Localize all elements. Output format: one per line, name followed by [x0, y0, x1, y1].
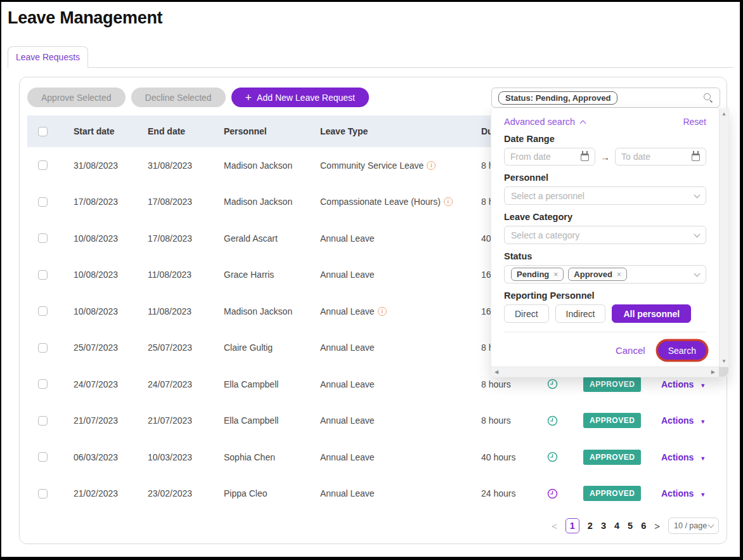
horizontal-scrollbar[interactable]: ◀ ▶	[491, 367, 728, 377]
pagination-page-4[interactable]: 4	[614, 521, 619, 531]
row-actions-button[interactable]: Actions ▼	[661, 488, 706, 498]
row-actions-button[interactable]: Actions ▼	[661, 452, 706, 462]
calendar-icon[interactable]	[692, 153, 700, 161]
row-checkbox[interactable]	[38, 416, 48, 426]
scroll-down-icon[interactable]: ▼	[720, 358, 728, 364]
row-actions-button[interactable]: Actions ▼	[661, 415, 706, 426]
scrollbar-corner	[719, 367, 728, 377]
leave-type-cell: Annual Leave	[320, 415, 481, 426]
personnel-cell: Grace Harris	[224, 270, 320, 280]
leave-type-text: Community Service Leave	[320, 160, 423, 171]
status-badge: APPROVED	[583, 486, 641, 501]
clock-icon	[547, 488, 558, 499]
leave-type-cell: Annual Leave	[320, 233, 481, 244]
page-size-select[interactable]: 10 / page	[668, 518, 719, 534]
leave-category-select[interactable]: Select a category	[504, 226, 706, 244]
personnel-select[interactable]: Select a personnel	[504, 186, 706, 205]
row-checkbox[interactable]	[38, 270, 48, 280]
leave-type-text: Annual Leave	[320, 306, 375, 316]
info-icon[interactable]: i	[444, 197, 453, 206]
scroll-left-icon[interactable]: ◀	[494, 369, 498, 375]
scroll-up-icon[interactable]: ▲	[720, 111, 728, 117]
caret-down-icon: ▼	[700, 455, 706, 462]
pagination-next-button[interactable]: >	[654, 521, 660, 531]
leave-category-label: Leave Category	[504, 212, 706, 222]
start-date-cell: 21/02/2023	[74, 488, 148, 498]
pagination-page-3[interactable]: 3	[601, 521, 606, 531]
reporting-all-personnel-button[interactable]: All personnel	[612, 304, 691, 323]
leave-type-text: Annual Leave	[320, 233, 375, 244]
pagination-page-1[interactable]: 1	[565, 518, 579, 533]
personnel-cell: Ella Campbell	[224, 415, 320, 426]
info-icon[interactable]: i	[378, 307, 387, 316]
leave-type-cell: Community Service Leavei	[320, 160, 481, 171]
personnel-cell: Ella Campbell	[224, 379, 320, 389]
from-date-input[interactable]: From date	[504, 148, 595, 166]
row-checkbox[interactable]	[38, 197, 48, 207]
start-date-cell: 10/08/2023	[74, 233, 148, 244]
row-checkbox[interactable]	[38, 343, 48, 353]
status-badge: APPROVED	[583, 377, 641, 392]
pagination-page-6[interactable]: 6	[641, 521, 646, 531]
personnel-cell: Madison Jackson	[224, 160, 320, 171]
row-checkbox[interactable]	[38, 452, 48, 462]
start-date-cell: 24/07/2023	[74, 379, 148, 389]
pagination-page-2[interactable]: 2	[588, 521, 593, 531]
decline-selected-button[interactable]: Decline Selected	[131, 88, 226, 107]
search-input[interactable]: Status: Pending, Approved	[491, 88, 720, 108]
add-leave-request-button[interactable]: + Add New Leave Request	[231, 88, 369, 107]
row-checkbox[interactable]	[38, 160, 48, 170]
chevron-down-icon	[694, 270, 701, 277]
tab-leave-requests[interactable]: Leave Requests	[8, 46, 88, 68]
pagination-pages: 123456	[565, 518, 646, 533]
status-label: Status	[504, 251, 706, 261]
status-cell: APPROVED	[583, 486, 661, 501]
row-checkbox[interactable]	[38, 306, 48, 316]
row-checkbox[interactable]	[38, 233, 48, 243]
pagination-page-5[interactable]: 5	[628, 521, 633, 531]
from-date-placeholder: From date	[510, 152, 551, 162]
start-date-cell: 21/07/2023	[74, 415, 148, 426]
approve-selected-button[interactable]: Approve Selected	[27, 88, 126, 107]
remove-tag-icon[interactable]: ×	[553, 270, 558, 279]
status-cell: APPROVED	[583, 413, 661, 428]
row-actions-button[interactable]: Actions ▼	[661, 379, 706, 389]
row-checkbox[interactable]	[38, 379, 48, 389]
end-date-cell: 11/08/2023	[148, 306, 224, 316]
start-date-cell: 06/03/2023	[74, 452, 148, 462]
vertical-scrollbar[interactable]: ▲ ▼	[719, 108, 728, 367]
reset-link[interactable]: Reset	[683, 117, 706, 127]
end-date-cell: 24/07/2023	[148, 379, 224, 389]
advanced-search-toggle[interactable]: Advanced search	[504, 117, 585, 127]
leave-type-text: Compassionate Leave (Hours)	[320, 197, 441, 207]
advanced-search-submit-button[interactable]: Search	[658, 341, 706, 360]
scroll-right-icon[interactable]: ▶	[711, 369, 715, 375]
search-icon[interactable]	[703, 93, 713, 103]
row-checkbox[interactable]	[38, 489, 48, 498]
leave-management-screen: Leave Management Leave Requests Approve …	[0, 0, 743, 560]
start-date-cell: 10/08/2023	[74, 306, 148, 316]
leave-type-cell: Annual Leave	[320, 270, 481, 280]
duration-cell: 8 hours	[481, 415, 583, 426]
to-date-input[interactable]: To date	[615, 148, 706, 166]
column-personnel: Personnel	[224, 126, 320, 136]
reporting-indirect-button[interactable]: Indirect	[555, 304, 606, 323]
calendar-icon[interactable]	[581, 153, 589, 161]
select-all-checkbox[interactable]	[38, 127, 48, 136]
chevron-down-icon	[694, 231, 701, 237]
personnel-cell: Gerald Ascart	[224, 233, 320, 244]
info-icon[interactable]: i	[427, 161, 436, 170]
pagination-prev-button[interactable]: <	[552, 521, 557, 531]
remove-tag-icon[interactable]: ×	[617, 270, 621, 279]
cancel-button[interactable]: Cancel	[616, 345, 645, 356]
column-leave-type: Leave Type	[320, 126, 481, 136]
duration-cell: 40 hours	[481, 452, 583, 462]
duration-cell: 8 hours	[481, 379, 583, 389]
status-multiselect[interactable]: Pending × Approved ×	[504, 265, 706, 283]
personnel-cell: Madison Jackson	[224, 306, 320, 316]
reporting-direct-button[interactable]: Direct	[504, 304, 549, 323]
add-leave-request-label: Add New Leave Request	[257, 93, 355, 103]
search-filter-tag[interactable]: Status: Pending, Approved	[498, 91, 617, 105]
duration-text: 8 hours	[481, 379, 511, 389]
personnel-cell: Sophia Chen	[224, 452, 320, 462]
